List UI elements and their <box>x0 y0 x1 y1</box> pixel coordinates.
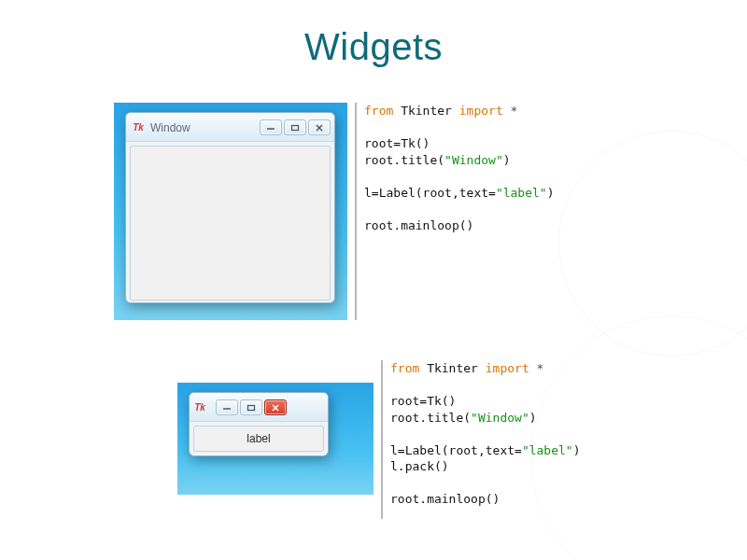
tk-client-area-with-label: label <box>193 426 324 452</box>
code-text: root.title( <box>390 411 471 425</box>
desktop-screenshot-1: Tk Window <box>114 103 347 320</box>
example-1: Tk Window from Tkinter import * root=Tk <box>114 103 626 322</box>
code-text: ) <box>547 186 555 200</box>
svg-rect-0 <box>292 125 299 130</box>
vertical-divider <box>381 360 383 519</box>
close-icon <box>315 124 324 132</box>
code-text: ) <box>503 153 511 167</box>
code-keyword-from: from <box>390 361 419 375</box>
close-button[interactable] <box>308 119 331 135</box>
maximize-button[interactable] <box>240 399 262 415</box>
code-text: root.title( <box>364 153 444 167</box>
svg-rect-1 <box>248 405 255 410</box>
code-text: l=Label(root,text= <box>390 443 522 457</box>
code-text: ) <box>529 411 537 425</box>
maximize-icon <box>247 404 256 412</box>
maximize-icon <box>290 124 300 132</box>
window-controls <box>216 399 287 415</box>
tk-client-area-empty <box>130 146 331 301</box>
code-text: Tkinter <box>419 361 485 375</box>
code-keyword-import: import <box>486 361 529 375</box>
code-text: * <box>503 104 518 118</box>
code-keyword-from: from <box>364 104 393 118</box>
code-text: root=Tk() <box>364 136 430 150</box>
code-text: * <box>529 361 544 375</box>
code-text: l=Label(root,text= <box>364 186 496 200</box>
code-text: Tkinter <box>393 104 458 118</box>
titlebar: Tk Window <box>126 113 334 142</box>
code-block-1: from Tkinter import * root=Tk() root.tit… <box>364 103 555 322</box>
close-button[interactable] <box>264 399 287 415</box>
code-text: ) <box>573 443 581 457</box>
code-text: l.pack() <box>390 459 449 473</box>
slide-title: Widgets <box>0 26 747 68</box>
code-keyword-import: import <box>459 104 503 118</box>
window-title: Window <box>150 121 254 134</box>
tk-feather-icon: Tk <box>132 121 145 134</box>
code-text: root.mainloop() <box>364 218 473 232</box>
tk-label-text: label <box>247 432 270 445</box>
code-text: root=Tk() <box>390 394 456 408</box>
desktop-screenshot-2: Tk label <box>177 383 374 495</box>
tk-feather-icon: Tk <box>193 401 206 414</box>
code-block-2: from Tkinter import * root=Tk() root.tit… <box>390 360 581 525</box>
minimize-button[interactable] <box>216 399 238 415</box>
tk-window-1: Tk Window <box>125 112 335 303</box>
minimize-icon <box>222 404 232 412</box>
vertical-divider <box>355 103 357 320</box>
minimize-icon <box>266 124 275 132</box>
code-string: "label" <box>522 443 573 457</box>
close-icon <box>271 404 280 412</box>
titlebar: Tk <box>190 393 328 422</box>
code-string: "label" <box>496 186 547 200</box>
code-string: "Window" <box>471 411 529 425</box>
example-2: Tk label from Tkinter import * r <box>177 360 626 525</box>
tk-window-2: Tk label <box>189 392 329 456</box>
code-string: "Window" <box>444 153 503 167</box>
maximize-button[interactable] <box>284 119 306 135</box>
minimize-button[interactable] <box>260 119 282 135</box>
code-text: root.mainloop() <box>390 492 500 506</box>
window-controls <box>260 119 331 135</box>
